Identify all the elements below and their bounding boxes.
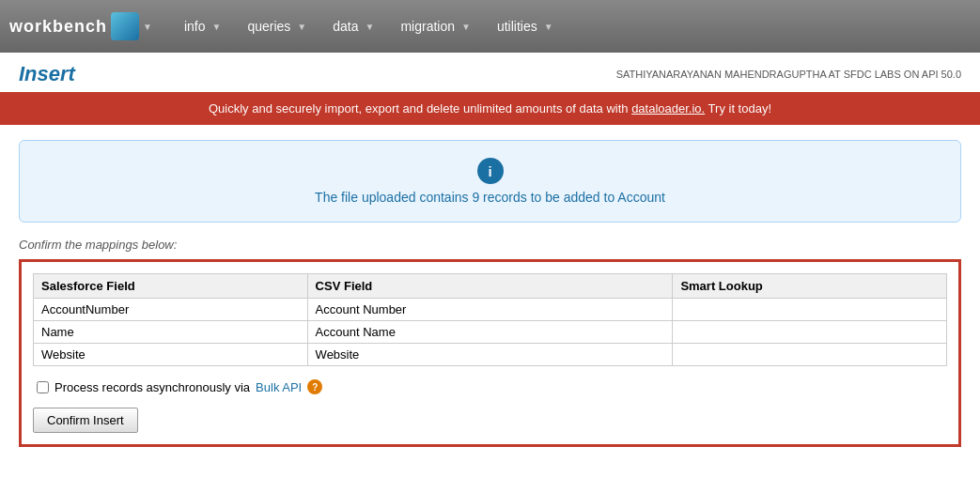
- nav-info[interactable]: info ▼: [184, 19, 221, 34]
- bulk-api-label: Process records asynchronously via: [54, 380, 250, 394]
- csv-field-2: Account Name: [307, 321, 673, 344]
- table-row: Website Website: [34, 344, 947, 366]
- brand-text: workbench: [9, 17, 107, 37]
- brand-dropdown-arrow[interactable]: ▼: [143, 22, 152, 32]
- info-box: i The file uploaded contains 9 records t…: [19, 140, 961, 223]
- smart-field-2: [673, 321, 947, 344]
- page-title: Insert: [19, 62, 75, 86]
- help-icon[interactable]: ?: [307, 379, 322, 394]
- page-header: Insert SATHIYANARAYANAN MAHENDRAGUPTHA A…: [0, 53, 980, 92]
- col-smart-lookup: Smart Lookup: [673, 274, 947, 299]
- table-row: AccountNumber Account Number: [34, 299, 947, 321]
- promo-cta: Try it today!: [705, 101, 771, 116]
- brand: workbench ▼: [9, 12, 152, 40]
- data-dropdown-arrow: ▼: [366, 22, 375, 32]
- sf-field-2: Name: [34, 321, 308, 344]
- mappings-label: Confirm the mappings below:: [19, 238, 961, 252]
- col-csv-field: CSV Field: [307, 274, 673, 299]
- user-info: SATHIYANARAYANAN MAHENDRAGUPTHA AT SFDC …: [616, 69, 961, 80]
- sf-field-3: Website: [34, 344, 308, 366]
- navbar: workbench ▼ info ▼ queries ▼ data ▼ migr…: [0, 0, 980, 53]
- bulk-api-checkbox[interactable]: [37, 381, 49, 393]
- nav-queries[interactable]: queries ▼: [247, 19, 306, 34]
- utilities-dropdown-arrow: ▼: [544, 22, 553, 32]
- csv-field-3: Website: [307, 344, 673, 366]
- nav-data[interactable]: data ▼: [333, 19, 374, 34]
- smart-field-1: [673, 299, 947, 321]
- confirm-insert-button[interactable]: Confirm Insert: [33, 408, 138, 433]
- nav-migration[interactable]: migration ▼: [400, 19, 471, 34]
- smart-field-3: [673, 344, 947, 366]
- csv-field-1: Account Number: [307, 299, 673, 321]
- info-message: The file uploaded contains 9 records to …: [37, 190, 943, 205]
- logo-cube-icon: [111, 12, 139, 40]
- nav-utilities[interactable]: utilities ▼: [497, 19, 553, 34]
- info-dropdown-arrow: ▼: [212, 22, 222, 32]
- main-content-box: Salesforce Field CSV Field Smart Lookup …: [19, 259, 961, 447]
- table-row: Name Account Name: [34, 321, 947, 344]
- sf-field-1: AccountNumber: [34, 299, 308, 321]
- dataloader-link[interactable]: dataloader.io.: [631, 101, 705, 116]
- mapping-table: Salesforce Field CSV Field Smart Lookup …: [33, 273, 947, 366]
- queries-dropdown-arrow: ▼: [297, 22, 306, 32]
- col-salesforce-field: Salesforce Field: [34, 274, 308, 299]
- bulk-api-link[interactable]: Bulk API: [256, 380, 302, 394]
- info-circle-icon: i: [477, 158, 504, 184]
- promo-banner: Quickly and securely import, export and …: [0, 92, 980, 125]
- bulk-api-row: Process records asynchronously via Bulk …: [37, 379, 947, 394]
- migration-dropdown-arrow: ▼: [461, 22, 471, 32]
- promo-text: Quickly and securely import, export and …: [209, 101, 631, 116]
